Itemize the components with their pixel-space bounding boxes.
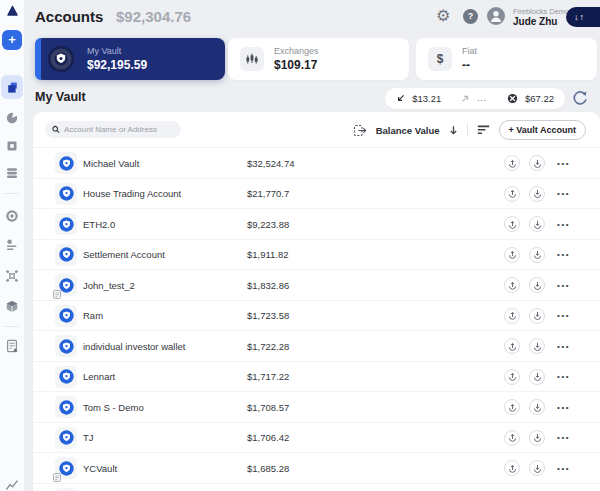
deposit-button[interactable] (529, 247, 545, 263)
arrow-down-tray-icon (533, 464, 542, 473)
user-avatar[interactable] (487, 7, 505, 25)
deposit-button[interactable] (529, 216, 545, 232)
withdraw-button[interactable] (504, 308, 520, 324)
withdraw-button[interactable] (504, 277, 520, 293)
account-balance: $21,770.7 (247, 188, 289, 199)
card-value: $109.17 (274, 58, 317, 72)
vault-account-row[interactable]: Settlement Account $1,911.82 ••• (33, 240, 600, 271)
gas-value: $67.22 (525, 93, 554, 104)
filter-icon[interactable] (477, 124, 490, 136)
row-menu-button[interactable]: ••• (557, 311, 570, 320)
card-label: My Vault (87, 46, 121, 56)
sidebar-divider (4, 326, 19, 327)
sidebar-item-policies[interactable] (5, 209, 19, 223)
withdraw-button[interactable] (504, 247, 520, 263)
vault-account-row[interactable]: ••• (33, 484, 600, 491)
deposit-button[interactable] (529, 460, 545, 476)
deposit-button[interactable] (529, 308, 545, 324)
sidebar-item-network[interactable] (5, 269, 19, 283)
sidebar-item-reports[interactable] (5, 339, 19, 353)
account-balance: $32,524.74 (247, 157, 295, 168)
deposit-button[interactable] (529, 338, 545, 354)
vault-account-row[interactable]: YCVault $1,685.28 ••• (33, 453, 600, 484)
page-total-balance: $92,304.76 (116, 8, 191, 25)
row-menu-button[interactable]: ••• (557, 402, 570, 411)
card-my-vault[interactable]: My Vault $92,195.59 (35, 38, 225, 80)
withdraw-button[interactable] (504, 186, 520, 202)
card-label: Exchanges (274, 46, 319, 56)
vault-account-icon (55, 305, 77, 327)
card-exchanges[interactable]: Exchanges $109.17 (228, 38, 409, 80)
page-title: Accounts (35, 8, 103, 25)
search-input[interactable] (64, 125, 174, 134)
vault-account-row[interactable]: John_test_2 $1,832.86 ••• (33, 270, 600, 301)
vault-account-icon (55, 427, 77, 449)
toolbar-divider (467, 123, 468, 137)
deposit-button[interactable] (529, 277, 545, 293)
withdraw-button[interactable] (504, 155, 520, 171)
sidebar-item-portfolio[interactable] (5, 111, 19, 125)
row-menu-button[interactable]: ••• (557, 463, 570, 472)
vault-account-row[interactable]: Ram $1,723.58 ••• (33, 301, 600, 332)
transfer-button[interactable]: ↓↑ (566, 7, 600, 27)
deposit-button[interactable] (529, 155, 545, 171)
row-menu-button[interactable]: ••• (557, 250, 570, 259)
search-box[interactable] (45, 121, 181, 138)
vault-account-row[interactable]: House Trading Account $21,770.7 ••• (33, 179, 600, 210)
row-menu-button[interactable]: ••• (557, 372, 570, 381)
sidebar-item-contracts[interactable] (5, 300, 19, 314)
card-fiat[interactable]: $ Fiat -- (416, 38, 597, 80)
row-menu-button[interactable]: ••• (557, 433, 570, 442)
sidebar-item-accounts-active[interactable] (1, 75, 23, 99)
add-vault-account-button[interactable]: + Vault Account (499, 120, 586, 140)
sidebar-item-activity[interactable] (5, 478, 19, 491)
row-menu-button[interactable]: ••• (557, 219, 570, 228)
vault-account-row[interactable]: Michael Vault $32,524.74 ••• (33, 148, 600, 179)
withdraw-button[interactable] (504, 338, 520, 354)
export-icon[interactable] (353, 124, 367, 137)
vault-account-row[interactable]: TJ $1,706.42 ••• (33, 423, 600, 454)
shield-icon (59, 186, 74, 201)
refresh-button[interactable] (571, 89, 589, 107)
account-name: John_test_2 (83, 279, 135, 290)
help-icon[interactable]: ? (463, 9, 478, 24)
row-menu-button[interactable]: ••• (557, 341, 570, 350)
withdraw-button[interactable] (504, 216, 520, 232)
sidebar-new-transaction-button[interactable]: + (2, 30, 22, 50)
account-name: Settlement Account (83, 249, 165, 260)
withdraw-button[interactable] (504, 430, 520, 446)
withdraw-button[interactable] (504, 399, 520, 415)
deposit-button[interactable] (529, 399, 545, 415)
arrow-down-tray-icon (533, 372, 542, 381)
card-value: $92,195.59 (87, 58, 147, 72)
active-card-stripe (35, 38, 41, 80)
row-menu-button[interactable]: ••• (557, 158, 570, 167)
withdraw-button[interactable] (504, 460, 520, 476)
arrow-down-tray-icon (533, 281, 542, 290)
settings-gear-icon[interactable]: ⚙ (436, 6, 454, 26)
arrow-up-tray-icon (508, 250, 517, 259)
arrow-down-tray-icon (533, 342, 542, 351)
sidebar-item-users[interactable] (5, 238, 19, 252)
row-menu-button[interactable]: ••• (557, 189, 570, 198)
vault-account-row[interactable]: Tom S - Demo $1,708.57 ••• (33, 392, 600, 423)
shield-icon (59, 156, 74, 171)
deposit-button[interactable] (529, 369, 545, 385)
vault-account-icon (55, 488, 77, 491)
sort-direction-icon[interactable] (449, 125, 458, 135)
vault-account-row[interactable]: Lennart $1,717.22 ••• (33, 362, 600, 393)
vault-account-row[interactable]: ETH2.0 $9,223.88 ••• (33, 209, 600, 240)
sidebar-item-assets[interactable] (5, 166, 19, 180)
line-chart-icon (5, 478, 19, 491)
account-balance: $1,723.58 (247, 310, 289, 321)
vault-account-row[interactable]: individual investor wallet $1,722.28 ••• (33, 331, 600, 362)
vault-account-icon (55, 396, 77, 418)
sidebar-item-exchanges[interactable] (5, 139, 19, 153)
sort-by-label[interactable]: Balance Value (376, 125, 440, 136)
deposit-button[interactable] (529, 430, 545, 446)
outgoing-arrow-icon (461, 94, 470, 103)
user-block[interactable]: Fireblocks Demo Jude Zhu (513, 7, 569, 29)
withdraw-button[interactable] (504, 369, 520, 385)
deposit-button[interactable] (529, 186, 545, 202)
row-menu-button[interactable]: ••• (557, 280, 570, 289)
